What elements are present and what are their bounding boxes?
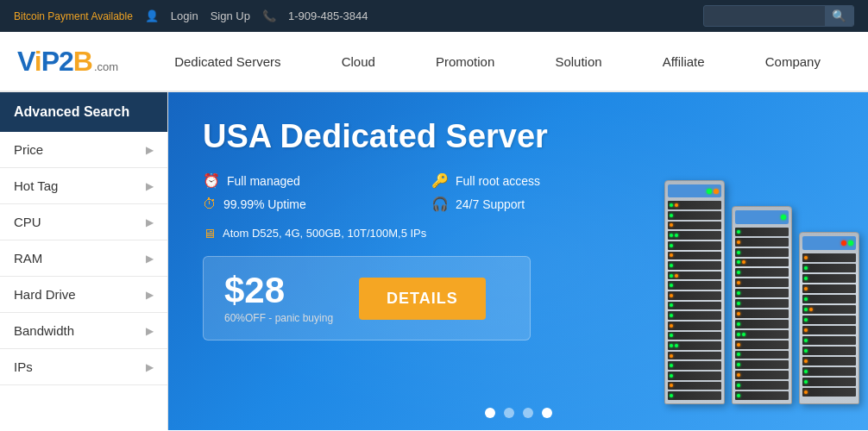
sidebar-item-ips[interactable]: IPs ▶ [0, 349, 167, 385]
hero-price-discount: 60%OFF - panic buying [224, 312, 333, 324]
timer-icon: ⏱ [203, 197, 217, 212]
sidebar-ips-label: IPs [14, 359, 33, 374]
details-button[interactable]: DETAILS [359, 278, 486, 320]
logo[interactable]: ViP2B .com [17, 46, 118, 78]
nav-dedicated-servers[interactable]: Dedicated Servers [164, 47, 291, 76]
chevron-right-icon: ▶ [146, 144, 154, 156]
server-rack-3 [799, 232, 859, 404]
feature-uptime: ⏱ 99.99% Uptime [203, 196, 406, 212]
sidebar-cpu-label: CPU [14, 215, 41, 229]
rack-unit [802, 388, 856, 397]
login-link[interactable]: Login [171, 9, 198, 22]
rack-unit [735, 299, 789, 308]
rack-unit [735, 371, 789, 379]
sidebar-bandwidth-label: Bandwidth [14, 323, 74, 338]
hero-spec: 🖥 Atom D525, 4G, 500GB, 10T/100M,5 IPs [203, 226, 833, 240]
hero-pricing-box: $28 60%OFF - panic buying DETAILS [203, 256, 531, 340]
carousel-dots [485, 408, 552, 418]
sidebar-item-price[interactable]: Price ▶ [0, 132, 167, 168]
rack-unit [802, 295, 856, 303]
rack-unit [735, 330, 789, 339]
search-box[interactable]: 🔍 [703, 5, 854, 27]
sidebar-price-label: Price [14, 142, 43, 157]
carousel-dot-4[interactable] [542, 408, 552, 418]
rack-unit [735, 360, 789, 369]
nav-cloud[interactable]: Cloud [331, 47, 386, 76]
rack-unit [802, 305, 856, 314]
rack-unit [735, 309, 789, 318]
rack-unit [735, 289, 789, 297]
feature-support: 🎧 24/7 Support [431, 196, 634, 212]
clock-icon: ⏰ [203, 172, 220, 189]
rack-unit [668, 382, 721, 390]
sidebar-item-cpu[interactable]: CPU ▶ [0, 204, 167, 240]
sidebar-item-hot-tag[interactable]: Hot Tag ▶ [0, 168, 167, 204]
rack-unit [668, 302, 721, 310]
rack-unit [668, 281, 721, 290]
rack-unit [668, 372, 721, 380]
nav-solution[interactable]: Solution [544, 47, 612, 76]
carousel-dot-1[interactable] [485, 408, 495, 418]
rack-unit [802, 284, 856, 293]
headset-icon: 🎧 [431, 196, 449, 212]
rack-unit [668, 361, 721, 370]
hero-title: USA Dedicated Server [203, 118, 833, 155]
rack-unit [735, 278, 789, 287]
server-icon: 🖥 [203, 226, 216, 240]
logo-text: ViP2B [17, 46, 92, 78]
rack-unit [735, 351, 789, 359]
search-input[interactable] [704, 6, 825, 26]
sidebar-hottag-label: Hot Tag [14, 178, 58, 193]
chevron-right-icon: ▶ [146, 289, 154, 301]
feature-support-text: 24/7 Support [456, 197, 525, 211]
search-button[interactable]: 🔍 [825, 6, 853, 26]
main-content: Advanced Search Price ▶ Hot Tag ▶ CPU ▶ … [0, 92, 868, 430]
sidebar-item-bandwidth[interactable]: Bandwidth ▶ [0, 313, 167, 349]
chevron-right-icon: ▶ [146, 361, 154, 373]
carousel-dot-2[interactable] [504, 408, 514, 418]
rack-unit [668, 201, 721, 209]
carousel-dot-3[interactable] [523, 408, 533, 418]
bitcoin-label: Bitcoin Payment Available [14, 10, 133, 22]
feature-full-managed-text: Full managed [227, 174, 300, 188]
chevron-right-icon: ▶ [146, 325, 154, 337]
nav-company[interactable]: Company [755, 47, 831, 76]
server-rack-1 [664, 180, 725, 404]
main-nav: Dedicated Servers Cloud Promotion Soluti… [144, 47, 851, 76]
hero-spec-text: Atom D525, 4G, 500GB, 10T/100M,5 IPs [223, 227, 426, 240]
hero-price-amount: $28 [224, 272, 333, 309]
logo-com: .com [94, 60, 118, 73]
rack-unit [735, 340, 789, 349]
chevron-right-icon: ▶ [146, 180, 154, 192]
phone-icon: 📞 [262, 9, 276, 22]
rack-unit [668, 311, 721, 320]
sidebar-item-hard-drive[interactable]: Hard Drive ▶ [0, 277, 167, 313]
nav-affiliate[interactable]: Affiliate [652, 47, 715, 76]
rack-unit [802, 253, 856, 262]
chevron-right-icon: ▶ [146, 216, 154, 228]
rack-unit [668, 391, 721, 400]
sidebar-harddrive-label: Hard Drive [14, 287, 76, 302]
phone-number: 1-909-485-3844 [288, 9, 368, 22]
rack-unit [668, 252, 721, 260]
top-bar: Bitcoin Payment Available 👤 Login Sign U… [0, 0, 868, 32]
rack-unit [802, 357, 856, 365]
rack-unit [668, 211, 721, 220]
key-icon: 🔑 [431, 172, 449, 189]
rack-unit [668, 272, 721, 280]
rack-unit [668, 332, 721, 340]
feature-uptime-text: 99.99% Uptime [223, 197, 306, 211]
nav-promotion[interactable]: Promotion [425, 47, 505, 76]
rack-unit [735, 381, 789, 390]
rack-container [664, 180, 868, 430]
rack-unit [802, 367, 856, 376]
user-icon: 👤 [145, 9, 159, 22]
feature-full-root: 🔑 Full root access [431, 172, 634, 189]
sidebar-ram-label: RAM [14, 251, 42, 265]
rack-unit [668, 291, 721, 300]
signup-link[interactable]: Sign Up [211, 9, 250, 22]
sidebar-item-ram[interactable]: RAM ▶ [0, 240, 167, 277]
hero-features: ⏰ Full managed 🔑 Full root access ⏱ 99.9… [203, 172, 634, 212]
rack-unit [735, 248, 789, 257]
rack-unit [668, 352, 721, 360]
